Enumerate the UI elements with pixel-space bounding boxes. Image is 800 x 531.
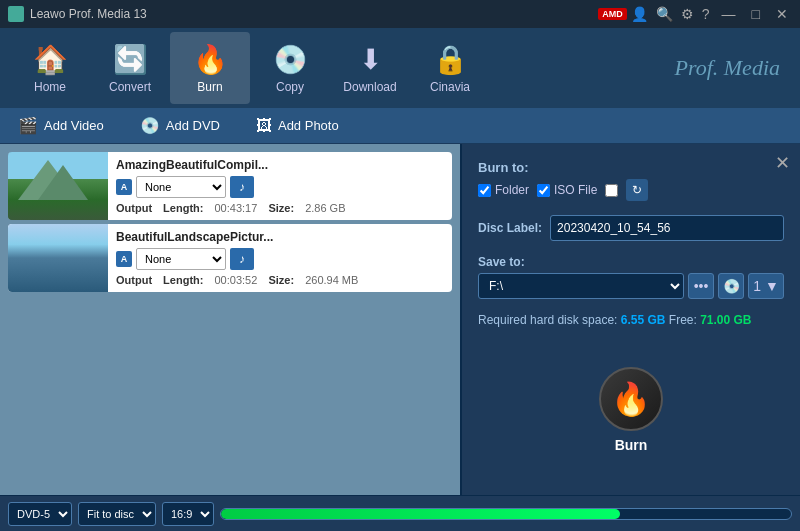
maximize-button[interactable]: □ [748,6,764,22]
save-to-row: F:\ ••• 💿 1 ▼ [478,273,784,299]
video-thumb-1 [8,152,108,220]
length-value-1: 00:43:17 [215,202,258,214]
toolbar-convert-label: Convert [109,80,151,94]
toolbar-burn[interactable]: 🔥 Burn [170,32,250,104]
toolbar-cinavia-label: Cinavia [430,80,470,94]
icon-search[interactable]: 🔍 [656,6,673,22]
save-to-section: Save to: F:\ ••• 💿 1 ▼ [478,255,784,299]
add-dvd-icon: 💿 [140,116,160,135]
toolbar-download[interactable]: ⬇ Download [330,32,410,104]
video-info-1: AmazingBeautifulCompil... A None ♪ Outpu… [108,152,452,220]
thumbnail-hot [8,224,108,292]
disc-drive-button[interactable]: 💿 [718,273,744,299]
music-btn-2[interactable]: ♪ [230,248,254,270]
size-label-2: Size: [268,274,294,286]
disc-checkbox-label[interactable] [605,184,618,197]
burn-dialog: ✕ Burn to: Folder ISO File ↻ Dis [460,144,800,495]
cinavia-icon: 🔒 [433,43,468,76]
folder-label: Folder [495,183,529,197]
folder-checkbox-label[interactable]: Folder [478,183,529,197]
audio-select-1: A None ♪ [116,176,444,198]
toolbar-burn-label: Burn [197,80,222,94]
dropdown-btn[interactable]: 1 ▼ [748,273,784,299]
audio-select-2: A None ♪ [116,248,444,270]
disk-space-value: 6.55 GB [621,313,666,327]
convert-icon: 🔄 [113,43,148,76]
toolbar-convert[interactable]: 🔄 Convert [90,32,170,104]
iso-label: ISO File [554,183,597,197]
iso-checkbox[interactable] [537,184,550,197]
browse-more-button[interactable]: ••• [688,273,714,299]
fit-select[interactable]: Fit to disc Do not fit [78,502,156,526]
sub-toolbar: 🎬 Add Video 💿 Add DVD 🖼 Add Photo [0,108,800,144]
add-dvd-label: Add DVD [166,118,220,133]
burn-button-area: 🔥 Burn [478,341,784,479]
toolbar-download-label: Download [343,80,396,94]
video-name-1: AmazingBeautifulCompil... [116,158,444,172]
burn-to-row: Folder ISO File ↻ [478,179,784,201]
video-meta-2: Output Length: 00:03:52 Size: 260.94 MB [116,274,444,286]
video-list: AmazingBeautifulCompil... A None ♪ Outpu… [0,144,460,495]
audio-dropdown-1[interactable]: None [136,176,226,198]
icon-settings[interactable]: ⚙ [681,6,694,22]
size-value-2: 260.94 MB [305,274,358,286]
video-thumb-2 [8,224,108,292]
progress-bar-fill [221,509,620,519]
amd-badge: AMD [598,8,627,20]
close-window-button[interactable]: ✕ [772,6,792,22]
burn-button[interactable]: 🔥 Burn [599,367,663,453]
save-to-label: Save to: [478,255,784,269]
audio-dropdown-2[interactable]: None [136,248,226,270]
title-bar: Leawo Prof. Media 13 AMD 👤 🔍 ⚙ ? — □ ✕ [0,0,800,28]
add-photo-label: Add Photo [278,118,339,133]
minimize-button[interactable]: — [718,6,740,22]
thumbnail-mountain [8,152,108,220]
disc-label-prefix: Disc Label: [478,221,542,235]
save-to-select[interactable]: F:\ [478,273,684,299]
toolbar-cinavia[interactable]: 🔒 Cinavia [410,32,490,104]
title-icons: 👤 🔍 ⚙ ? — □ ✕ [631,6,792,22]
free-value: 71.00 GB [700,313,751,327]
disk-space-info: Required hard disk space: 6.55 GB Free: … [478,313,784,327]
size-label-1: Size: [268,202,294,214]
output-label-1: Output [116,202,152,214]
main-area: AmazingBeautifulCompil... A None ♪ Outpu… [0,144,800,495]
refresh-button[interactable]: ↻ [626,179,648,201]
add-video-button[interactable]: 🎬 Add Video [10,112,112,139]
music-btn-1[interactable]: ♪ [230,176,254,198]
length-label-2: Length: [163,274,203,286]
disc-checkbox[interactable] [605,184,618,197]
title-bar-left: Leawo Prof. Media 13 [8,6,147,22]
disk-space-text: Required hard disk space: [478,313,617,327]
toolbar-copy[interactable]: 💿 Copy [250,32,330,104]
bottom-bar: DVD-5 DVD-9 Fit to disc Do not fit 16:9 … [0,495,800,531]
add-dvd-button[interactable]: 💿 Add DVD [132,112,228,139]
free-label: Free: [669,313,697,327]
add-photo-button[interactable]: 🖼 Add Photo [248,113,347,139]
home-icon: 🏠 [33,43,68,76]
video-name-2: BeautifulLandscapePictur... [116,230,444,244]
burn-flame-icon: 🔥 [611,380,651,418]
toolbar-home[interactable]: 🏠 Home [10,32,90,104]
folder-checkbox[interactable] [478,184,491,197]
disc-label-section: Disc Label: [478,215,784,241]
dialog-close-button[interactable]: ✕ [775,152,790,174]
app-icon [8,6,24,22]
audio-label-1: A [116,179,132,195]
output-label-2: Output [116,274,152,286]
icon-person[interactable]: 👤 [631,6,648,22]
audio-label-2: A [116,251,132,267]
iso-checkbox-label[interactable]: ISO File [537,183,597,197]
disc-label-input[interactable] [550,215,784,241]
add-photo-icon: 🖼 [256,117,272,135]
add-video-label: Add Video [44,118,104,133]
progress-bar-container [220,508,792,520]
burn-button-label: Burn [615,437,648,453]
toolbar-copy-label: Copy [276,80,304,94]
toolbar: 🏠 Home 🔄 Convert 🔥 Burn 💿 Copy ⬇ Downloa… [0,28,800,108]
icon-help[interactable]: ? [702,6,710,22]
burn-icon: 🔥 [193,43,228,76]
ratio-select[interactable]: 16:9 4:3 [162,502,214,526]
format-select[interactable]: DVD-5 DVD-9 [8,502,72,526]
title-bar-controls: AMD 👤 🔍 ⚙ ? — □ ✕ [598,6,792,22]
